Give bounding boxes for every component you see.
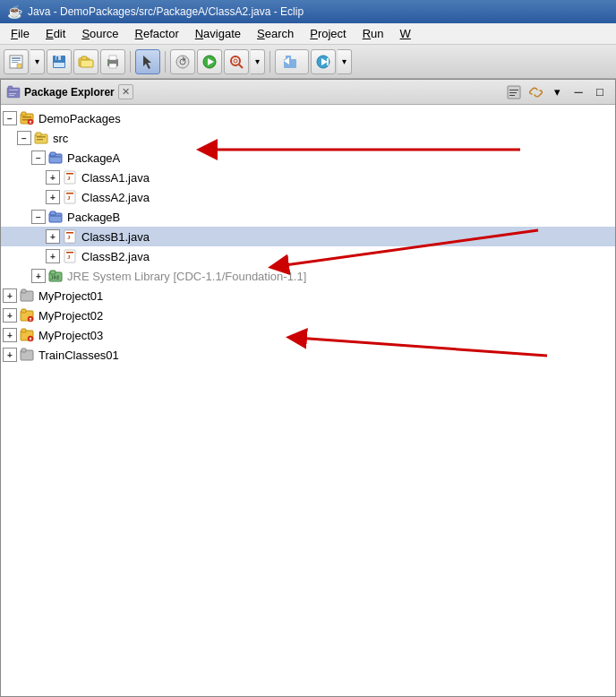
- menu-run[interactable]: Run: [355, 25, 391, 42]
- svg-rect-14: [109, 64, 116, 68]
- expander-classa2[interactable]: +: [46, 190, 60, 204]
- tree-item-src[interactable]: − src: [1, 128, 615, 148]
- expander-src[interactable]: −: [17, 131, 31, 145]
- svg-text:J: J: [67, 175, 71, 182]
- label-myproject01: MyProject01: [38, 289, 103, 303]
- icon-myproject02: [19, 307, 35, 323]
- tree-item-packageb[interactable]: − PackageB: [1, 207, 615, 227]
- panel-toolbar: ▾ ─ □: [504, 82, 610, 102]
- icon-myproject03: [19, 327, 35, 343]
- svg-rect-72: [21, 289, 26, 293]
- expander-classb1[interactable]: +: [46, 229, 60, 244]
- label-demopackages: DemoPackages: [38, 112, 121, 125]
- svg-rect-43: [22, 116, 31, 118]
- svg-rect-47: [36, 133, 41, 136]
- search-tb-button[interactable]: [224, 49, 249, 74]
- menu-project[interactable]: Project: [303, 25, 353, 42]
- tree-item-demopackages[interactable]: − DemoPackages: [1, 108, 615, 128]
- tree-item-classa1[interactable]: + J ClassA1.java: [1, 168, 615, 187]
- svg-rect-3: [12, 62, 18, 63]
- prev-edit-button[interactable]: [275, 49, 309, 74]
- icon-classb1: J: [62, 228, 78, 245]
- label-packageb: PackageB: [67, 211, 120, 224]
- sep1: [130, 51, 131, 73]
- menu-window[interactable]: W: [393, 25, 418, 42]
- svg-rect-36: [9, 95, 14, 96]
- icon-classa2: J: [62, 189, 78, 205]
- package-explorer-panel: Package Explorer ✕ ▾ ─ □: [0, 79, 616, 697]
- save-button[interactable]: [47, 49, 72, 74]
- expander-demopackages[interactable]: −: [3, 111, 17, 125]
- view-menu-button[interactable]: ▾: [547, 82, 567, 102]
- link-editor-button[interactable]: [526, 82, 545, 102]
- tree-item-myproject02[interactable]: + MyProject02: [1, 305, 615, 325]
- panel-title: Package Explorer: [24, 86, 115, 99]
- tree-item-myproject01[interactable]: + MyProject01: [1, 286, 615, 305]
- svg-rect-11: [81, 60, 93, 67]
- menu-refactor[interactable]: Refactor: [128, 25, 186, 42]
- menu-navigate[interactable]: Navigate: [188, 25, 248, 42]
- expander-jre[interactable]: +: [31, 269, 46, 283]
- expander-myproject01[interactable]: +: [3, 288, 17, 303]
- svg-rect-61: [50, 215, 61, 217]
- svg-text:JRE: JRE: [50, 274, 60, 280]
- title-bar: ☕ Java - DemoPackages/src/PackageA/Class…: [0, 0, 616, 23]
- panel-close-button[interactable]: ✕: [118, 84, 133, 99]
- tree-item-classa2[interactable]: + J ClassA2.java: [1, 187, 615, 207]
- expander-myproject03[interactable]: +: [3, 328, 17, 342]
- panel-title-area: Package Explorer ✕: [6, 84, 499, 99]
- tree-item-trainclasses01[interactable]: + TrainClasses01: [1, 345, 615, 365]
- icon-packageb: [47, 209, 64, 225]
- tree-item-classb1[interactable]: + J ClassB1.java: [1, 227, 615, 246]
- expander-packageb[interactable]: −: [31, 210, 46, 224]
- expander-trainclasses01[interactable]: +: [3, 348, 17, 362]
- svg-rect-15: [107, 61, 109, 63]
- collapse-all-button[interactable]: [504, 82, 524, 102]
- svg-rect-10: [81, 56, 87, 60]
- svg-rect-42: [21, 112, 26, 116]
- tree-item-packagea[interactable]: − PackageA: [1, 148, 615, 168]
- expander-packagea[interactable]: −: [31, 151, 46, 165]
- svg-text:J: J: [67, 234, 71, 241]
- svg-rect-38: [509, 90, 518, 90]
- new-button[interactable]: [4, 49, 29, 74]
- app-icon: ☕: [7, 4, 22, 19]
- svg-rect-2: [12, 60, 21, 61]
- search-dropdown[interactable]: ▾: [251, 49, 265, 74]
- icon-myproject01: [19, 288, 35, 304]
- new-dropdown[interactable]: ▾: [30, 49, 45, 74]
- svg-rect-13: [109, 56, 116, 60]
- tree-item-classb2[interactable]: + J ClassB2.java: [1, 246, 615, 266]
- next-edit-button[interactable]: [311, 49, 336, 74]
- menu-search[interactable]: Search: [250, 25, 301, 42]
- svg-rect-35: [9, 93, 16, 94]
- svg-rect-51: [50, 152, 56, 156]
- expander-myproject02[interactable]: +: [3, 308, 17, 323]
- menu-file[interactable]: File: [4, 25, 37, 42]
- print-button[interactable]: [100, 49, 125, 74]
- minimize-button[interactable]: ─: [569, 82, 588, 102]
- maximize-button[interactable]: □: [590, 82, 610, 102]
- svg-rect-48: [37, 136, 46, 138]
- svg-rect-30: [327, 58, 329, 65]
- run-dropdown[interactable]: ▾: [338, 49, 352, 74]
- menu-source[interactable]: Source: [74, 25, 125, 42]
- label-trainclasses01: TrainClasses01: [38, 348, 119, 362]
- pointer-tool[interactable]: [135, 49, 160, 74]
- expander-classb2[interactable]: +: [46, 249, 60, 263]
- open-button[interactable]: [73, 49, 98, 74]
- svg-line-24: [239, 65, 243, 68]
- tree-item-jre[interactable]: + JRE JRE System Library [CDC-1.1/Founda…: [1, 266, 615, 286]
- svg-rect-52: [50, 156, 61, 158]
- menu-edit[interactable]: Edit: [38, 25, 73, 42]
- run-button[interactable]: [197, 49, 222, 74]
- icon-trainclasses01: [19, 347, 35, 363]
- sep2: [165, 51, 166, 73]
- tree-view: − DemoPackages −: [1, 105, 615, 696]
- tree-item-myproject03[interactable]: + MyProject03: [1, 325, 615, 345]
- svg-rect-49: [37, 139, 43, 141]
- expander-classa1[interactable]: +: [46, 170, 60, 185]
- svg-point-22: [231, 56, 240, 65]
- svg-text:J: J: [67, 254, 71, 261]
- debug-button[interactable]: [170, 49, 195, 74]
